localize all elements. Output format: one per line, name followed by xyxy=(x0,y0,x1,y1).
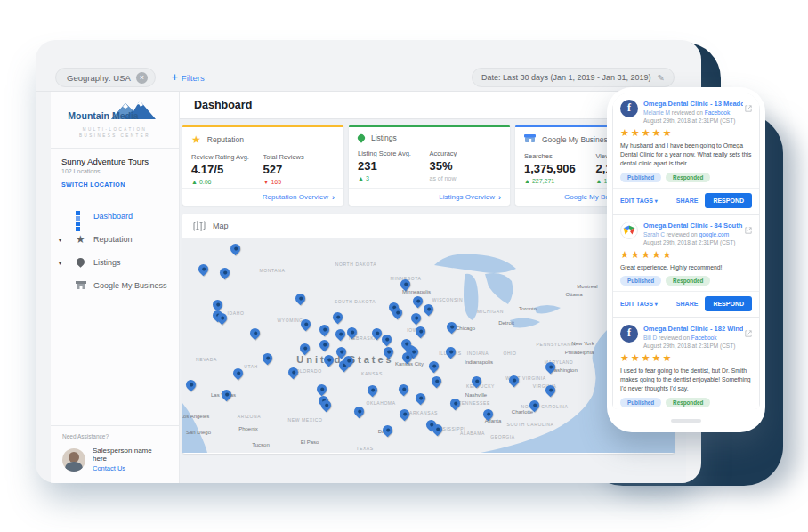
map-state-label: NEW MEXICO xyxy=(288,417,323,423)
map-city-label: Los Angeles xyxy=(182,414,209,419)
home-indicator xyxy=(671,419,701,423)
map-city-label: Detroit xyxy=(498,320,514,326)
date-filter-chip[interactable]: Date: Last 30 days (Jan 1, 2019 - Jan 31… xyxy=(472,68,675,87)
map-state-label: TENNESSEE xyxy=(458,400,490,406)
map-state-label: MICHIGAN xyxy=(477,309,504,314)
card-title: Listings xyxy=(371,133,397,142)
share-button[interactable]: SHARE xyxy=(676,301,699,307)
logo-subtitle-line1: MULTI-LOCATION xyxy=(51,126,179,133)
external-link-icon[interactable] xyxy=(745,100,752,116)
geography-filter-chip[interactable]: Geography: USA × xyxy=(55,68,156,87)
assist-label: Need Assistance? xyxy=(62,433,167,439)
review-text: I used to fear going to the dentist, but… xyxy=(620,367,752,393)
map-state-label: IDAHO xyxy=(228,310,245,316)
down-arrow-icon: ▼ xyxy=(263,179,270,185)
google-my-business-icon xyxy=(524,133,536,145)
page: Geography: USA × + Filters Date: Last 30… xyxy=(0,0,808,532)
map-city-label: Indianapolis xyxy=(465,359,493,365)
add-filters-button[interactable]: + Filters xyxy=(172,71,205,84)
avatar xyxy=(62,448,85,472)
map-state-label: ARKANSAS xyxy=(409,410,438,415)
close-icon[interactable]: × xyxy=(136,72,148,84)
listings-overview-link[interactable]: Listings Overview› xyxy=(349,188,510,206)
chevron-down-icon[interactable]: ▾ xyxy=(59,260,61,266)
map-state-label: TEXAS xyxy=(356,446,373,451)
responded-badge: Responded xyxy=(666,173,710,182)
map-city-label: Chicago xyxy=(456,326,475,331)
listings-card: Listings Listing Score Avg. 231 ▲ 3 Accu… xyxy=(349,125,510,206)
star-rating: ★★★★★ xyxy=(620,249,752,261)
review-card: Omega Dental Clinic - 84 South Hill Cres… xyxy=(612,214,760,318)
map-city-label: Phoenix xyxy=(238,426,258,431)
published-badge: Published xyxy=(620,173,661,182)
map-city-label: New York xyxy=(571,341,594,346)
review-card: f Omega Dental Clinic - 182 Windsor Gate… xyxy=(612,318,760,409)
date-chip-label: Date: Last 30 days (Jan 1, 2019 - Jan 31… xyxy=(481,73,651,82)
switch-location-link[interactable]: SWITCH LOCATION xyxy=(61,181,168,188)
dashboard-grid-icon xyxy=(75,211,86,222)
map-state-label: WYOMING xyxy=(277,318,303,323)
review-source-link[interactable]: Facebook xyxy=(705,109,731,116)
review-source-link[interactable]: Facebook xyxy=(691,335,717,341)
facebook-icon: f xyxy=(620,325,638,343)
review-title[interactable]: Omega Dental Clinic - 13 Meadows Blv... xyxy=(643,100,743,108)
review-date: August 29th, 2018 at 2:31PM (CST) xyxy=(643,117,743,124)
reviewer-name[interactable]: Bill D xyxy=(643,335,657,341)
external-link-icon[interactable] xyxy=(745,325,752,341)
map-city-label: Montreal xyxy=(577,284,597,289)
respond-button[interactable]: RESPOND xyxy=(705,193,752,208)
review-date: August 29th, 2018 at 2:31PM (CST) xyxy=(643,239,743,246)
map-city-label: San Diego xyxy=(186,430,211,435)
total-reviews-value: 527 xyxy=(263,163,335,176)
map-city-label: Tucson xyxy=(252,442,269,447)
review-title[interactable]: Omega Dental Clinic - 84 South Hill Cres… xyxy=(643,222,743,230)
map-card: Map United States xyxy=(182,214,675,454)
respond-button[interactable]: RESPOND xyxy=(705,296,752,311)
sidebar-item-reputation[interactable]: ▾ ★ Reputation xyxy=(51,228,179,251)
map-state-label: PENNSYLVANIA xyxy=(537,342,577,347)
map-state-label: KANSAS xyxy=(361,371,383,376)
chevron-down-icon[interactable]: ▾ xyxy=(59,237,61,243)
published-badge: Published xyxy=(620,276,661,286)
phone-overlay: f Omega Dental Clinic - 13 Meadows Blv..… xyxy=(607,87,765,432)
sidebar-item-google-my-business[interactable]: Google My Business xyxy=(51,274,179,297)
accuracy-value: 35% xyxy=(430,159,502,173)
sidebar-item-listings[interactable]: ▾ Listings xyxy=(51,251,179,274)
map-state-label: NEVADA xyxy=(196,357,217,362)
storefront-icon xyxy=(75,280,86,292)
dashboard-window: Geography: USA × + Filters Date: Last 30… xyxy=(36,40,701,483)
add-filters-label: Filters xyxy=(182,73,205,83)
contact-us-link[interactable]: Contact Us xyxy=(93,464,167,472)
logo-subtitle-line2: BUSINESS CENTER xyxy=(51,133,179,139)
sidebar-item-dashboard[interactable]: Dashboard xyxy=(51,205,179,228)
map-icon xyxy=(193,221,206,231)
sidebar: Mountain Media MULTI-LOCATION BUSINESS C… xyxy=(51,92,180,483)
chevron-right-icon: › xyxy=(332,193,335,202)
responded-badge: Responded xyxy=(666,276,710,286)
map-city-label: Nashville xyxy=(465,392,487,398)
edit-pencil-icon[interactable]: ✎ xyxy=(658,73,665,83)
map-state-label: SOUTH DAKOTA xyxy=(335,299,376,304)
reputation-overview-link[interactable]: Reputation Overview› xyxy=(182,188,343,206)
geography-chip-label: Geography: USA xyxy=(67,73,131,83)
share-button[interactable]: SHARE xyxy=(676,197,699,204)
reviewer-name[interactable]: Sarah C xyxy=(643,231,665,238)
review-card: f Omega Dental Clinic - 13 Meadows Blv..… xyxy=(612,93,760,214)
review-title[interactable]: Omega Dental Clinic - 182 Windsor Gate..… xyxy=(643,325,743,333)
up-arrow-icon: ▲ xyxy=(358,175,364,181)
map-state-label: ALABAMA xyxy=(460,431,485,436)
map[interactable]: United States MONTANANORTH DAKOTASOUTH D… xyxy=(182,238,675,453)
reviewer-name[interactable]: Melanie M xyxy=(643,109,670,116)
map-state-label: SOUTH CAROLINA xyxy=(507,422,554,427)
chevron-down-icon: ▾ xyxy=(655,198,658,204)
logo-title: Mountain Media xyxy=(51,110,156,121)
review-source-link[interactable]: google.com xyxy=(699,231,730,238)
map-state-label: GEORGIA xyxy=(490,434,515,439)
star-icon: ★ xyxy=(191,133,201,146)
external-link-icon[interactable] xyxy=(745,222,752,238)
logo: Mountain Media MULTI-LOCATION BUSINESS C… xyxy=(51,92,179,149)
map-state-label: NORTH DAKOTA xyxy=(335,262,376,267)
edit-tags-button[interactable]: EDIT TAGS ▾ xyxy=(620,197,658,204)
edit-tags-button[interactable]: EDIT TAGS ▾ xyxy=(620,301,658,307)
filter-bar: Geography: USA × + Filters Date: Last 30… xyxy=(36,64,701,92)
